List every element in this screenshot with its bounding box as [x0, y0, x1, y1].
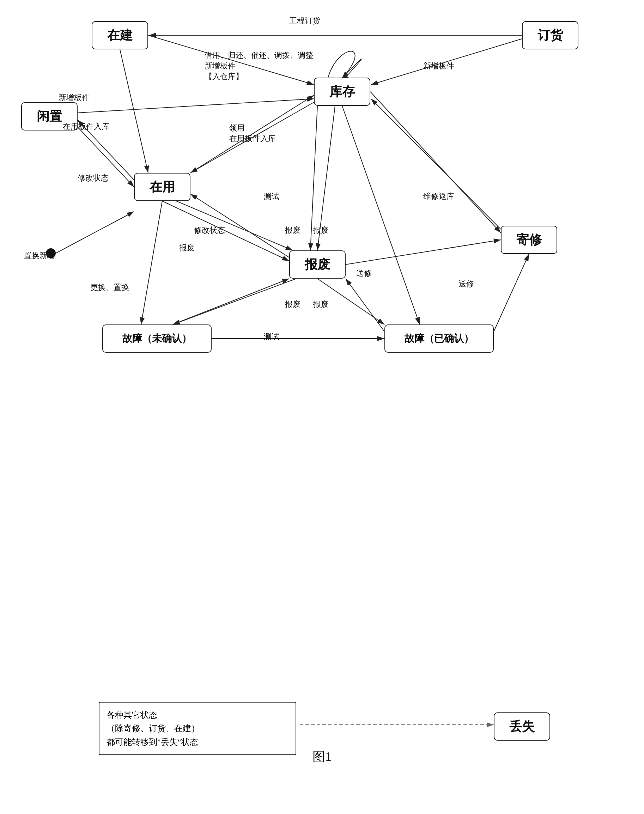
node-jixiu: 寄修 [501, 226, 557, 254]
svg-line-20 [346, 240, 501, 265]
legend-line-1: 各种其它状态 [106, 708, 288, 722]
svg-line-13 [141, 201, 162, 325]
svg-line-18 [173, 279, 296, 325]
label-zaiyong-rukuo: 在用板件入库 [63, 121, 109, 132]
legend-box: 各种其它状态 （除寄修、订货、在建） 都可能转移到"丢失"状态 [99, 702, 296, 755]
label-ceshi-2: 测试 [264, 331, 279, 342]
svg-line-15 [370, 92, 501, 233]
label-baofe-5: 报废 [313, 299, 329, 310]
svg-line-28 [346, 279, 385, 331]
svg-line-16 [371, 99, 501, 229]
svg-line-25 [342, 106, 420, 325]
label-xiugai-zhuangtai-2: 修改状态 [78, 173, 109, 183]
node-guzhang-confirmed: 故障（已确认） [385, 325, 494, 353]
legend-line-2: （除寄修、订货、在建） [106, 722, 288, 735]
label-baofe-4: 报废 [285, 299, 301, 310]
label-baofe-1: 报废 [179, 243, 195, 253]
node-kucun: 库存 [314, 78, 370, 106]
label-songxiu-2: 送修 [458, 279, 474, 289]
arrows-svg [0, 0, 644, 776]
label-xiugai-zhuangtai: 修改状态 [194, 225, 225, 236]
label-xin-ban-jian-2: 新增板件 [423, 61, 454, 71]
label-xin-ban-jian-1: 新增板件 [205, 61, 236, 71]
label-ceshi-1: 测试 [264, 191, 279, 202]
node-zaiyong: 在用 [134, 173, 190, 201]
label-gongcheng-dingguo: 工程订货 [289, 15, 320, 26]
label-zhihuan-xin-zeng: 置换新增 [24, 250, 55, 261]
label-borrow-return: 借用、归还、催还、调拨、调整 [205, 50, 313, 61]
node-baofe: 报废 [289, 250, 346, 279]
label-rucangku: 【入仓库】 [205, 71, 243, 82]
label-baofe-3: 报废 [313, 225, 329, 236]
label-genghuan-zhihuan: 更换、置换 [90, 282, 129, 293]
label-xin-ban-jian-3: 新增板件 [58, 92, 90, 103]
svg-line-24 [56, 212, 134, 253]
legend-line-3: 都可能转移到"丢失"状态 [106, 735, 288, 749]
svg-line-6 [78, 99, 314, 113]
label-baofe-2: 报废 [285, 225, 301, 236]
node-zaijian: 在建 [92, 21, 148, 49]
node-diaoshi: 丢失 [494, 713, 550, 740]
svg-line-7 [120, 49, 148, 173]
diagram: 在建 订货 库存 闲置 在用 报废 寄修 故障（未确认） 故障（已确认） 丢失 … [0, 0, 644, 776]
svg-line-22 [494, 254, 529, 331]
node-guzhang-unconfirmed: 故障（未确认） [102, 325, 212, 353]
label-zaiyong-rukuo-2: 在用板件入库 [229, 133, 276, 144]
label-weixiu-fanku: 维修返库 [423, 191, 454, 202]
svg-line-27 [173, 279, 289, 325]
label-songxiu-1: 送修 [356, 268, 372, 279]
label-lingyong: 领用 [229, 123, 245, 133]
node-dinguo: 订货 [522, 21, 578, 49]
